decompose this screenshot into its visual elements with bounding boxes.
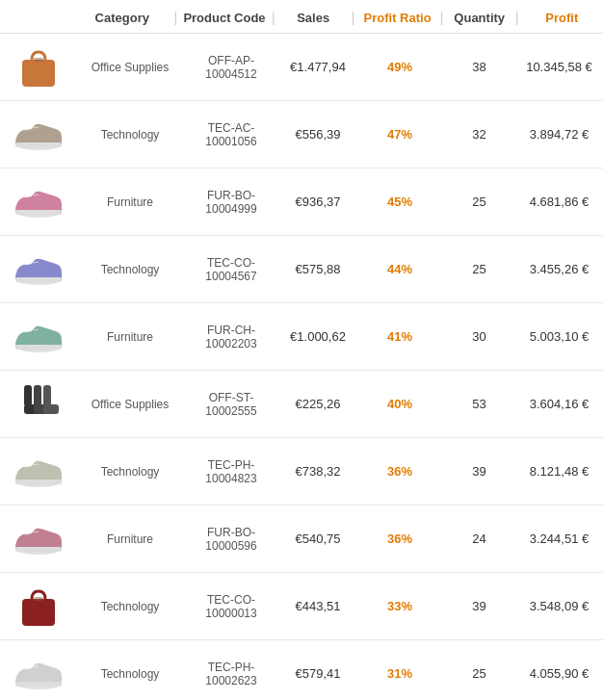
product-profit: 4.055,90 € (515, 666, 603, 681)
product-category: Technology (77, 600, 183, 613)
product-quantity: 39 (443, 464, 515, 479)
product-sales: €575,88 (279, 262, 356, 276)
product-category: Technology (77, 263, 183, 276)
product-profit-ratio: 44% (356, 262, 443, 276)
table-row: Technology TEC-PH-10002623 €579,41 31% 2… (0, 640, 603, 700)
table-row: Office Supplies OFF-AP-10004512 €1.477,9… (0, 34, 603, 101)
svg-rect-21 (34, 597, 43, 601)
product-profit-ratio: 45% (356, 194, 443, 209)
product-category: Furniture (77, 195, 183, 209)
product-profit: 3.455,26 € (515, 262, 603, 276)
product-category: Technology (77, 667, 183, 681)
separator-2: | (272, 10, 275, 25)
svg-rect-20 (22, 599, 55, 626)
product-code: TEC-PH-10004823 (183, 458, 279, 485)
table-row: Furniture FUR-CH-10002203 €1.000,62 41% … (0, 303, 603, 371)
product-quantity: 39 (443, 599, 515, 613)
header-category: Category (72, 11, 171, 25)
table-row: Technology TEC-CO-10004567 €575,88 44% 2… (0, 236, 603, 303)
header-sales: Sales (277, 11, 350, 25)
product-category: Furniture (77, 330, 183, 344)
product-code: FUR-BO-10004999 (183, 189, 279, 216)
svg-rect-23 (15, 682, 62, 687)
product-profit-ratio: 49% (356, 60, 443, 74)
product-code: OFF-AP-10004512 (183, 54, 279, 81)
product-sales: €225,26 (279, 397, 356, 411)
svg-rect-17 (15, 480, 62, 484)
product-sales: €540,75 (279, 531, 356, 546)
product-profit: 5.003,10 € (515, 329, 603, 344)
product-profit: 3.244,51 € (515, 531, 603, 546)
product-sales: €936,37 (279, 194, 356, 209)
svg-rect-0 (22, 60, 55, 87)
header-quantity: Quantity (445, 11, 512, 25)
product-sales: €1.000,62 (279, 329, 356, 344)
product-quantity: 25 (443, 194, 515, 209)
product-sales: €579,41 (279, 666, 356, 681)
table-body: Office Supplies OFF-AP-10004512 €1.477,9… (0, 34, 603, 700)
separator-4: | (440, 10, 444, 25)
product-table: Category | Product Code | Sales | Profit… (0, 0, 603, 700)
product-category: Office Supplies (77, 61, 183, 74)
header-profit: Profit (521, 11, 603, 25)
product-category: Furniture (77, 532, 183, 546)
product-image (0, 583, 77, 630)
product-profit: 3.604,16 € (515, 397, 603, 411)
product-category: Technology (77, 465, 183, 479)
product-quantity: 25 (443, 666, 515, 681)
table-row: Technology TEC-PH-10004823 €738,32 36% 3… (0, 438, 603, 506)
header-product-code: Product Code (179, 11, 270, 25)
svg-rect-3 (15, 143, 62, 147)
product-category: Technology (77, 128, 183, 142)
separator-5: | (515, 10, 519, 25)
product-profit: 8.121,48 € (515, 464, 603, 479)
product-profit: 3.894,72 € (515, 127, 603, 142)
product-profit: 10.345,58 € (515, 60, 603, 74)
product-sales: €556,39 (279, 127, 356, 142)
svg-rect-5 (15, 210, 62, 215)
svg-rect-15 (43, 404, 59, 414)
svg-rect-19 (15, 547, 62, 552)
product-image (0, 655, 77, 693)
product-profit: 4.681,86 € (515, 194, 603, 209)
product-quantity: 24 (443, 531, 515, 546)
table-row: Office Supplies OFF-ST-10002555 €225,26 … (0, 371, 603, 438)
product-image (0, 520, 77, 558)
product-code: TEC-CO-10004567 (183, 256, 279, 283)
product-sales: €1.477,94 (279, 60, 356, 74)
table-row: Technology TEC-AC-10001056 €556,39 47% 3… (0, 101, 603, 169)
product-profit-ratio: 36% (356, 464, 443, 479)
product-quantity: 32 (443, 127, 515, 142)
table-row: Technology TEC-CO-10000013 €443,51 33% 3… (0, 573, 603, 640)
product-quantity: 30 (443, 329, 515, 344)
header-profit-ratio: Profit Ratio (356, 11, 438, 25)
table-row: Furniture FUR-BO-10004999 €936,37 45% 25… (0, 169, 603, 236)
product-code: TEC-CO-10000013 (183, 593, 279, 620)
svg-rect-14 (43, 385, 51, 406)
table-header: Category | Product Code | Sales | Profit… (0, 0, 603, 34)
product-code: TEC-AC-10001056 (183, 121, 279, 148)
separator-3: | (352, 10, 355, 25)
product-profit-ratio: 47% (356, 127, 443, 142)
product-code: TEC-PH-10002623 (183, 661, 279, 687)
product-sales: €738,32 (279, 464, 356, 479)
product-image (0, 453, 77, 491)
product-profit: 3.548,09 € (515, 599, 603, 613)
product-quantity: 53 (443, 397, 515, 411)
product-quantity: 38 (443, 60, 515, 74)
product-profit-ratio: 33% (356, 599, 443, 613)
product-image (0, 44, 77, 91)
product-category: Office Supplies (77, 398, 183, 411)
product-image (0, 183, 77, 221)
product-code: FUR-BO-10000596 (183, 526, 279, 553)
product-image (0, 318, 77, 356)
product-image (0, 381, 77, 428)
svg-rect-9 (15, 345, 62, 350)
product-image (0, 116, 77, 154)
product-code: OFF-ST-10002555 (183, 391, 279, 418)
svg-rect-7 (15, 277, 62, 282)
product-code: FUR-CH-10002203 (183, 324, 279, 350)
svg-rect-1 (34, 58, 43, 62)
product-profit-ratio: 31% (356, 666, 443, 681)
product-profit-ratio: 36% (356, 531, 443, 546)
